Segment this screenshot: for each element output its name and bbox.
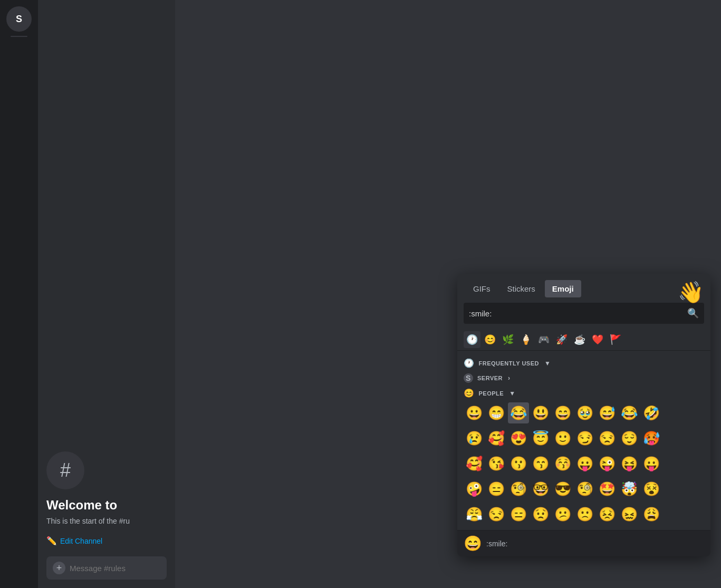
section-server: S SERVER › [464, 370, 704, 385]
hash-symbol: # [60, 459, 71, 481]
emoji-nerd[interactable]: 🤓 [530, 478, 551, 499]
emoji-smiling-with-hearts[interactable]: 🥰 [464, 453, 485, 474]
section-frequently-used: 🕐 FREQUENTLY USED ▼ [464, 355, 704, 370]
section-people-label: PEOPLE [479, 390, 504, 397]
emoji-search: 🔍 [464, 303, 704, 324]
add-attachment-button[interactable]: + [53, 562, 65, 574]
emoji-sob[interactable]: 😢 [464, 428, 485, 449]
footer-emoji-label: :smile: [486, 539, 507, 548]
emoji-wink-tongue[interactable]: 😜 [597, 453, 618, 474]
emoji-expressionless[interactable]: 😑 [486, 478, 507, 499]
emoji-smiling-hearts[interactable]: 🥰 [486, 428, 507, 449]
emoji-grin[interactable]: 😁 [486, 402, 507, 423]
people-icon: 😊 [464, 388, 475, 398]
search-icon: 🔍 [687, 307, 699, 319]
message-bar-area: + 🎁 GIF 📋 😫 [38, 556, 175, 588]
category-travel[interactable]: 🚀 [553, 331, 570, 348]
emoji-slight-frown[interactable]: 🙁 [574, 504, 595, 525]
emoji-footer: 😄 :smile: [457, 530, 710, 556]
emoji-grinning[interactable]: 😀 [464, 402, 485, 423]
server-letter-icon: S [464, 373, 473, 383]
emoji-joy[interactable]: 😂 [508, 402, 529, 423]
emoji-weary[interactable]: 😩 [641, 504, 662, 525]
server-initial: S [16, 14, 22, 25]
emoji-sunglasses[interactable]: 😎 [552, 478, 573, 499]
emoji-smiley[interactable]: 😃 [530, 402, 551, 423]
emoji-star-struck[interactable]: 🤩 [597, 478, 618, 499]
category-flags[interactable]: 🚩 [607, 331, 624, 348]
category-people[interactable]: 😊 [482, 331, 498, 348]
edit-channel-label: Edit Channel [60, 537, 102, 545]
emoji-row-3: 🥰 😘 😗 😙 😚 😛 😜 😝 😛 [464, 451, 704, 476]
emoji-category-bar: 🕐 😊 🌿 🍦 🎮 🚀 ☕ ❤️ 🚩 [457, 329, 710, 351]
clock-icon: 🕐 [464, 358, 475, 368]
emoji-innocent[interactable]: 😇 [530, 428, 551, 449]
emoji-cry-laugh[interactable]: 😂 [619, 402, 640, 423]
emoji-confounded[interactable]: 😖 [619, 504, 640, 525]
picker-tabs: GIFs Stickers Emoji [457, 274, 710, 297]
category-nature[interactable]: 🌿 [499, 331, 516, 348]
emoji-star-struck-eyes[interactable]: 🥹 [574, 402, 595, 423]
chevron-right-icon: › [508, 374, 511, 382]
emoji-kissing-heart[interactable]: 😘 [486, 453, 507, 474]
emoji-hot[interactable]: 🥵 [641, 428, 662, 449]
emoji-worried[interactable]: 😟 [530, 504, 551, 525]
tab-stickers[interactable]: Stickers [500, 280, 543, 297]
emoji-huffing[interactable]: 😤 [464, 504, 485, 525]
emoji-relieved[interactable]: 😌 [619, 428, 640, 449]
section-server-label: SERVER [477, 375, 503, 381]
emoji-sweat-smile[interactable]: 😅 [597, 402, 618, 423]
emoji-smirk[interactable]: 😏 [574, 428, 595, 449]
category-food[interactable]: 🍦 [517, 331, 534, 348]
message-input[interactable] [70, 564, 170, 573]
emoji-tongue[interactable]: 😛 [641, 453, 662, 474]
emoji-exploding-head[interactable]: 🤯 [619, 478, 640, 499]
emoji-row-1: 😀 😁 😂 😃 😄 🥹 😅 😂 🤣 [464, 400, 704, 426]
emoji-unamused[interactable]: 😒 [597, 428, 618, 449]
wave-emoji: 👋 [678, 280, 704, 305]
category-activities[interactable]: 🎮 [535, 331, 552, 348]
emoji-kissing-closed[interactable]: 😚 [552, 453, 573, 474]
emoji-kissing[interactable]: 😗 [508, 453, 529, 474]
emoji-unamused2[interactable]: 😒 [486, 504, 507, 525]
emoji-dizzy-face[interactable]: 😵 [641, 478, 662, 499]
emoji-kissing-smiling[interactable]: 😙 [530, 453, 551, 474]
channel-desc: This is the start of the #ru [46, 517, 167, 525]
channel-welcome: # Welcome to This is the start of the #r… [38, 0, 175, 556]
category-symbols[interactable]: ❤️ [589, 331, 606, 348]
emoji-row-4: 🤪 😑 🧐 🤓 😎 🧐 🤩 🤯 😵 [464, 476, 704, 502]
section-people: 😊 PEOPLE ▼ [464, 385, 704, 400]
emoji-slightly-smiling[interactable]: 🙂 [552, 428, 573, 449]
emoji-disguise[interactable]: 🧐 [574, 478, 595, 499]
emoji-rofl[interactable]: 🤣 [641, 402, 662, 423]
tab-emoji[interactable]: Emoji [545, 280, 581, 297]
main-content: 👋 GIFs Stickers Emoji 🔍 🕐 😊 🌿 🍦 🎮 🚀 ☕ ❤️… [175, 0, 721, 588]
emoji-search-input[interactable] [469, 309, 687, 318]
emoji-squint-tongue[interactable]: 😝 [619, 453, 640, 474]
footer-preview-emoji: 😄 [464, 535, 482, 552]
message-bar: + 🎁 GIF 📋 😫 [46, 556, 167, 580]
emoji-zany[interactable]: 🤪 [464, 478, 485, 499]
emoji-picker: 👋 GIFs Stickers Emoji 🔍 🕐 😊 🌿 🍦 🎮 🚀 ☕ ❤️… [457, 274, 710, 556]
sidebar-divider [11, 36, 27, 37]
emoji-body: 🕐 FREQUENTLY USED ▼ S SERVER › 😊 PEOPLE … [457, 351, 710, 530]
server-icon[interactable]: S [6, 6, 32, 32]
category-recent[interactable]: 🕐 [464, 331, 480, 348]
pencil-icon: ✏️ [46, 536, 57, 546]
server-sidebar: S [0, 0, 38, 588]
emoji-blush-tongue[interactable]: 😛 [574, 453, 595, 474]
emoji-confused[interactable]: 😕 [552, 504, 573, 525]
tab-gifs[interactable]: GIFs [466, 280, 498, 297]
edit-channel-button[interactable]: ✏️ Edit Channel [46, 534, 167, 548]
emoji-monocle[interactable]: 🧐 [508, 478, 529, 499]
emoji-row-2: 😢 🥰 😍 😇 🙂 😏 😒 😌 🥵 [464, 426, 704, 451]
emoji-row-5: 😤 😒 😑 😟 😕 🙁 😣 😖 😩 [464, 502, 704, 527]
emoji-expressionless2[interactable]: 😑 [508, 504, 529, 525]
emoji-persevere[interactable]: 😣 [597, 504, 618, 525]
channel-sidebar: # Welcome to This is the start of the #r… [38, 0, 175, 588]
plus-icon: + [56, 563, 62, 574]
emoji-heart-eyes[interactable]: 😍 [508, 428, 529, 449]
category-objects[interactable]: ☕ [571, 331, 588, 348]
emoji-smile[interactable]: 😄 [552, 402, 573, 423]
people-chevron-down-icon: ▼ [509, 390, 515, 397]
